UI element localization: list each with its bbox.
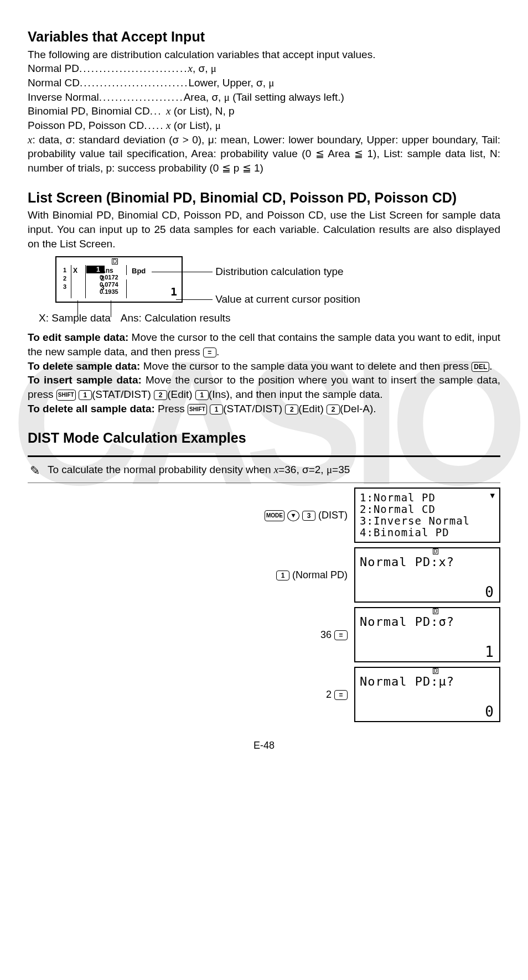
sec1-footnote: x: data, σ: standard deviation (σ > 0), … <box>28 133 500 175</box>
step-keys: 1 (Normal PD) <box>28 568 354 582</box>
lcd-ans-1: 0.0774 <box>100 281 118 288</box>
example-step-row: 36 = D Normal PD:σ? 1 <box>28 607 500 662</box>
three-key-icon: 3 <box>302 511 315 521</box>
callout-dist-type: Distribution calculation type <box>152 264 344 279</box>
one-key-icon: 1 <box>79 390 92 400</box>
var-row: Poisson PD, Poisson CD..... x (or List),… <box>28 118 500 133</box>
step-suffix: (DIST) <box>318 510 348 521</box>
lcd-ans-0: 0.0172 <box>100 274 118 281</box>
del-key-icon: DEL <box>472 362 489 372</box>
equals-key-icon: = <box>203 348 216 357</box>
step-keys: 36 = <box>28 628 354 641</box>
calculator-lcd: D X Ans 123 1 2 3 0.0172 0.0774 0.1935 B… <box>55 256 183 303</box>
var-row: Inverse Normal..................... Area… <box>28 90 500 105</box>
lcd-bpd-label: Bpd <box>132 266 146 276</box>
lcd-d-indicator: D <box>433 608 438 614</box>
lcd-ans-values: 0.0172 0.0774 0.1935 <box>100 274 118 295</box>
edit-instructions: To edit sample data: Move the cursor to … <box>28 330 500 359</box>
one-key-icon: 1 <box>195 390 209 400</box>
lcd-prompt: Normal PD:x? <box>360 556 454 568</box>
section-title-dist-examples: DIST Mode Calculation Examples <box>28 429 500 448</box>
calculator-lcd: ▼ 1:Normal PD 2:Normal CD 3:Inverse Norm… <box>354 488 500 543</box>
step-suffix: (Normal PD) <box>292 569 348 580</box>
lcd-prompt: Normal PD:μ? <box>360 676 454 687</box>
page-number: E-48 <box>28 739 500 752</box>
calculator-lcd: D Normal PD:x? 0 <box>354 547 500 603</box>
example-description: To calculate the normal probability dens… <box>48 464 350 475</box>
lcd-prompt: Normal PD:σ? <box>360 616 454 628</box>
shift-key-icon: SHIFT <box>56 390 76 401</box>
section-title-listscreen: List Screen (Binomial PD, Binomial CD, P… <box>28 189 500 208</box>
equals-key-icon: = <box>334 630 348 640</box>
down-key-icon: ▾ <box>287 510 299 521</box>
footnote-body: : data, σ: standard deviation (σ > 0), μ… <box>28 134 500 174</box>
lcd-value: 0 <box>485 587 494 598</box>
var-row: Normal CD........................... Low… <box>28 76 500 90</box>
lcd-value: 0 <box>485 706 494 718</box>
lcd-row-indices: 123 <box>63 266 66 291</box>
sec2-intro: With Binomial PD, Binomial CD, Poisson P… <box>28 208 500 251</box>
lcd-value: 1 <box>485 646 494 658</box>
lcd-d-indicator: D <box>433 548 438 554</box>
section-title-variables: Variables that Accept Input <box>28 28 500 46</box>
diagram-caption: X: Sample data Ans: Calculation results <box>39 311 500 325</box>
shift-key-icon: SHIFT <box>188 404 207 415</box>
lcd-d-indicator: D <box>433 668 438 674</box>
step-keys: 2 = <box>28 688 354 701</box>
example-step-row: 2 = D Normal PD:μ? 0 <box>28 667 500 722</box>
italic-x: x <box>188 63 192 74</box>
one-key-icon: 1 <box>276 571 289 580</box>
step-keys: MODE ▾ 3 (DIST) <box>28 509 354 522</box>
lcd-ans-2: 0.1935 <box>100 288 118 295</box>
calculator-lcd: D Normal PD:μ? 0 <box>354 667 500 722</box>
lcd-highlight-cell: 1 <box>86 266 105 273</box>
delete-instructions: To delete sample data: Move the cursor t… <box>28 359 500 374</box>
example-step-row: MODE ▾ 3 (DIST) ▼ 1:Normal PD 2:Normal C… <box>28 488 500 543</box>
var-row: Normal PD........................... x, … <box>28 61 500 76</box>
equals-key-icon: = <box>334 690 348 700</box>
var-row: Binomial PD, Binomial CD... x (or List),… <box>28 104 500 118</box>
two-key-icon: 2 <box>154 390 167 400</box>
one-key-icon: 1 <box>210 405 223 414</box>
lcd-d-indicator: D <box>112 258 118 265</box>
two-key-icon: 2 <box>285 405 298 414</box>
mode-key-icon: MODE <box>265 510 284 521</box>
sec1-intro: The following are distribution calculati… <box>28 48 500 62</box>
example-step-row: 1 (Normal PD) D Normal PD:x? 0 <box>28 547 500 603</box>
pencil-icon: ✎ <box>30 463 40 479</box>
calculator-lcd: D Normal PD:σ? 1 <box>354 607 500 662</box>
lcd-head-x: X <box>73 266 77 275</box>
two-key-icon: 2 <box>327 405 340 414</box>
lcd-down-indicator-icon: ▼ <box>490 490 495 501</box>
delete-all-instructions: To delete all sample data: Press SHIFT 1… <box>28 402 500 416</box>
example-box: ✎ To calculate the normal probability de… <box>28 455 500 483</box>
callout-cursor-value: Value at current cursor position <box>176 292 360 307</box>
insert-instructions: To insert sample data: Move the cursor t… <box>28 373 500 401</box>
list-screen-diagram: D X Ans 123 1 2 3 0.0172 0.0774 0.1935 B… <box>55 256 500 307</box>
lcd-menu-text: 1:Normal PD 2:Normal CD 3:Inverse Normal… <box>360 492 470 538</box>
